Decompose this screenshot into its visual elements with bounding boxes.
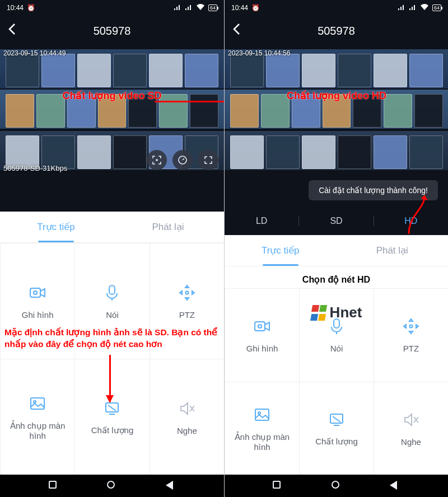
svg-point-6 [34, 401, 36, 403]
page-title: 505978 [318, 25, 355, 37]
svg-point-4 [185, 291, 188, 294]
tab-playback[interactable]: Phát lại [112, 212, 224, 242]
back-button[interactable] [8, 23, 16, 39]
status-time: 10:44 [7, 4, 24, 12]
video-controls [147, 150, 218, 170]
arrow-down-icon [109, 355, 111, 402]
annotation-hd: Chất lượng video HD [287, 90, 386, 102]
quality-label: Chất lượng [315, 437, 358, 447]
talk-label: Nói [106, 310, 119, 320]
screenshot-label: Ảnh chụp màn hình [2, 421, 73, 440]
nav-home[interactable] [107, 481, 117, 491]
svg-rect-12 [255, 409, 269, 420]
android-navbar [225, 475, 448, 497]
ptz-label: PTZ [403, 344, 419, 353]
wifi-icon [420, 4, 429, 12]
alarm-icon: ⏰ [27, 4, 35, 12]
panel-right: 10:44 ⏰ 64 505978 [224, 0, 448, 497]
quality-button[interactable]: Chất lượng [74, 359, 149, 475]
status-bar: 10:44 ⏰ 64 [225, 0, 448, 16]
signal-icon [174, 4, 181, 12]
svg-rect-3 [109, 285, 115, 294]
quality-sd[interactable]: SD [298, 216, 373, 226]
video-timestamp: 2023-09-15 10:44:49 [3, 49, 66, 57]
alarm-icon: ⏰ [251, 4, 260, 12]
record-button[interactable]: Ghi hình [225, 288, 299, 382]
listen-button[interactable]: Nghe [150, 359, 224, 475]
record-label: Ghi hình [22, 310, 54, 320]
signal-icon [398, 4, 405, 12]
nav-back[interactable] [166, 481, 176, 491]
record-label: Ghi hình [246, 344, 278, 353]
page-title: 505978 [94, 25, 131, 37]
annotation-sd: Chất lượng video SD [63, 90, 162, 102]
signal-icon-2 [409, 4, 417, 12]
tab-playback[interactable]: Phát lại [337, 235, 449, 266]
back-button[interactable] [232, 23, 240, 39]
tabs: Trực tiếp Phát lại [225, 235, 448, 266]
app-header: 505978 [0, 16, 224, 46]
nav-home[interactable] [332, 481, 342, 491]
quality-ld[interactable]: LD [225, 216, 298, 226]
svg-point-11 [410, 325, 413, 328]
listen-button[interactable]: Nghe [374, 382, 448, 475]
quality-label: Chất lượng [91, 425, 134, 435]
svg-point-9 [258, 325, 262, 328]
svg-rect-5 [31, 398, 44, 409]
dashboard-button[interactable] [172, 150, 193, 170]
video-area[interactable]: 2023-09-15 10:44:49 505978-SD-31Kbps Chấ… [0, 46, 224, 212]
tab-live[interactable]: Trực tiếp [225, 235, 337, 266]
signal-icon-2 [185, 4, 193, 12]
tabs: Trực tiếp Phát lại [0, 212, 224, 243]
svg-point-13 [258, 412, 260, 414]
app-header: 505978 [225, 16, 448, 46]
status-bar: 10:44 ⏰ 64 [0, 0, 224, 16]
focus-button[interactable] [147, 150, 167, 170]
tab-live[interactable]: Trực tiếp [0, 212, 112, 242]
nav-recent[interactable] [273, 481, 283, 491]
wifi-icon [196, 4, 205, 12]
annotation-hint-hd: Chọn độ nét HD [225, 266, 448, 288]
quality-button[interactable]: Chất lượng [299, 382, 374, 475]
ptz-label: PTZ [179, 310, 195, 320]
fullscreen-button[interactable] [198, 150, 218, 170]
video-timestamp: 2023-09-15 10:44:56 [228, 49, 290, 57]
listen-label: Nghe [401, 437, 421, 447]
battery-icon: 64 [432, 4, 441, 11]
battery-icon: 64 [208, 4, 217, 11]
screenshot-button[interactable]: Ảnh chụp màn hình [225, 382, 299, 475]
panel-left: 10:44 ⏰ 64 505978 [0, 0, 224, 497]
hnet-logo-icon [311, 305, 326, 321]
listen-label: Nghe [177, 426, 197, 435]
svg-rect-1 [30, 288, 40, 297]
nav-recent[interactable] [49, 481, 59, 491]
nav-back[interactable] [390, 481, 400, 491]
android-navbar [0, 475, 224, 497]
arrow-right-icon [155, 101, 224, 102]
talk-button[interactable]: Nói [299, 288, 374, 382]
control-grid: Ghi hình Nói PTZ Ảnh chụp màn hình Chất … [0, 243, 224, 475]
hnet-logo-text: Hnet [330, 304, 362, 321]
ptz-button[interactable]: PTZ [374, 288, 448, 382]
control-grid: Ghi hình Nói PTZ Ảnh chụp màn hình Chất … [225, 288, 448, 475]
svg-point-2 [34, 291, 37, 294]
status-time: 10:44 [231, 4, 248, 12]
quality-strip: Cài đặt chất lượng thành công! LD SD HD [225, 176, 448, 235]
screenshot-button[interactable]: Ảnh chụp màn hình [0, 359, 74, 475]
hnet-logo: Hnet [311, 304, 362, 321]
video-area[interactable]: 2023-09-15 10:44:56 Chất lượng video HD … [225, 46, 448, 235]
video-bitrate: 505978-SD-31Kbps [3, 164, 67, 172]
screenshot-label: Ảnh chụp màn hình [226, 432, 298, 452]
svg-rect-8 [255, 322, 265, 331]
annotation-instruction: Mặc định chất lượng hình ảnh sẽ là SD. B… [4, 327, 220, 350]
arrow-to-hd-icon [405, 194, 429, 235]
talk-label: Nói [330, 344, 343, 353]
